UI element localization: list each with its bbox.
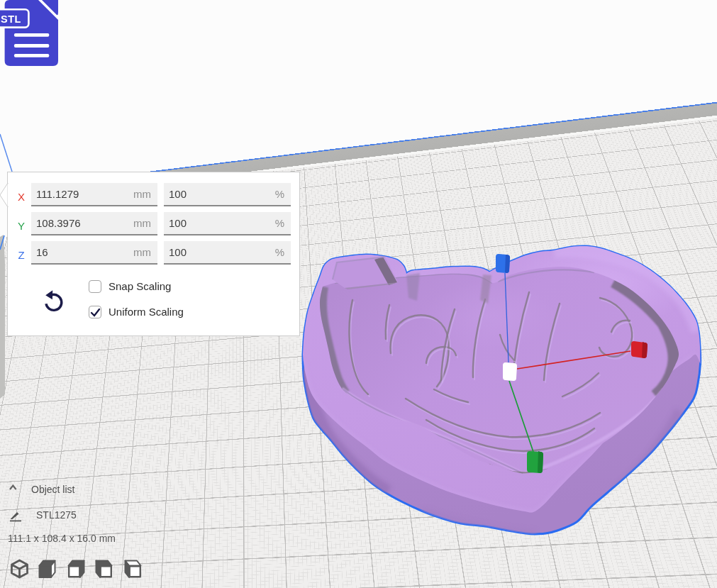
svg-text:STL: STL — [1, 13, 21, 25]
